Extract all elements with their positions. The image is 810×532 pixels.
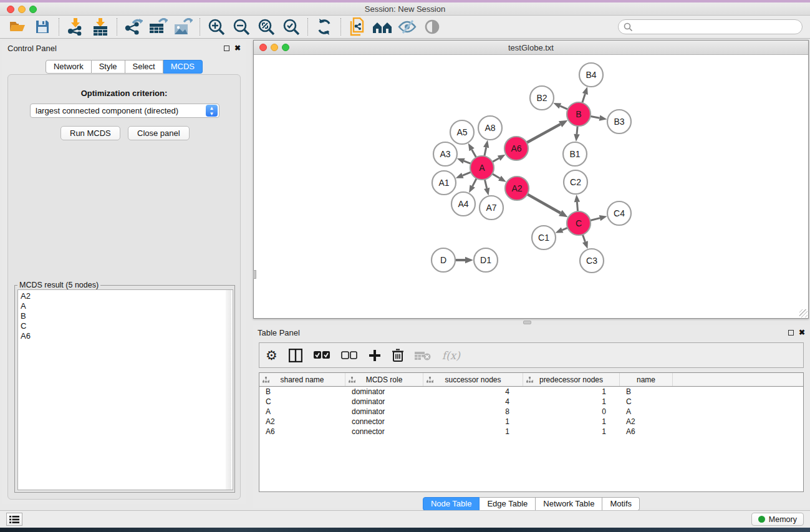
deselect-all-icon[interactable] — [341, 347, 357, 364]
open-session-icon[interactable] — [5, 17, 30, 37]
table-row[interactable]: Cdominator41C — [259, 397, 803, 407]
memory-button[interactable]: Memory — [751, 513, 804, 526]
tab-edge-table[interactable]: Edge Table — [480, 497, 536, 511]
duplicate-network-icon[interactable] — [345, 17, 370, 37]
table-row[interactable]: A2connector11A2 — [259, 417, 803, 427]
float-panel-icon[interactable] — [224, 46, 229, 51]
minimize-window-button[interactable] — [18, 6, 26, 13]
mcds-result-item[interactable]: B — [21, 311, 230, 321]
node-label-B2: B2 — [536, 93, 547, 103]
network-close-button[interactable] — [259, 44, 267, 51]
edge-arrowhead — [599, 215, 607, 221]
edge-A2-C[interactable] — [526, 193, 561, 213]
column-header-successor-nodes[interactable]: successor nodes — [423, 373, 523, 386]
tab-motifs[interactable]: Motifs — [602, 497, 640, 511]
network-window-titlebar[interactable]: testGlobe.txt — [254, 41, 808, 55]
zoom-fit-icon[interactable] — [254, 17, 279, 37]
tab-mcds[interactable]: MCDS — [163, 60, 203, 74]
cell-shared_name: B — [259, 387, 345, 396]
add-column-icon[interactable] — [369, 347, 381, 364]
cell-name: C — [620, 397, 673, 406]
edge-arrowhead — [574, 195, 580, 202]
node-label-C2: C2 — [570, 177, 581, 187]
function-builder-icon[interactable]: f(x) — [442, 347, 460, 364]
refresh-icon[interactable] — [312, 17, 337, 37]
table-settings-icon[interactable]: ⚙ — [266, 347, 277, 364]
close-panel-icon[interactable]: ✖ — [799, 329, 805, 336]
column-layout-icon[interactable] — [289, 347, 302, 364]
node-table[interactable]: shared nameMCDS rolesuccessor nodesprede… — [259, 372, 804, 492]
mcds-result-item[interactable]: C — [21, 321, 230, 331]
table-tabs: Node TableEdge TableNetwork TableMotifs — [253, 497, 810, 511]
zoom-window-button[interactable] — [29, 6, 37, 13]
mcds-result-list[interactable]: A2ABCA6 — [17, 289, 233, 490]
column-header-label: shared name — [280, 375, 324, 384]
cell-predecessor_nodes: 1 — [523, 427, 620, 436]
column-header-shared-name[interactable]: shared name — [259, 373, 345, 386]
import-network-icon[interactable] — [63, 17, 88, 37]
network-window-resize-grip[interactable] — [799, 309, 808, 317]
show-all-networks-icon[interactable] — [370, 17, 395, 37]
show-graphics-details-icon[interactable] — [420, 17, 445, 37]
delete-column-icon[interactable] — [392, 347, 403, 364]
delete-table-icon[interactable] — [415, 347, 431, 364]
tab-style[interactable]: Style — [92, 60, 125, 74]
export-table-icon[interactable] — [146, 17, 171, 37]
run-mcds-button[interactable]: Run MCDS — [60, 126, 120, 140]
export-network-icon[interactable] — [121, 17, 146, 37]
tab-node-table[interactable]: Node Table — [423, 497, 480, 511]
network-minimize-button[interactable] — [271, 44, 278, 51]
criterion-dropdown[interactable]: largest connected component (directed) ▲… — [30, 104, 219, 118]
table-row[interactable]: A6connector11A6 — [259, 427, 803, 437]
cell-shared_name: A6 — [259, 427, 345, 436]
float-panel-icon[interactable] — [788, 330, 794, 336]
search-box[interactable] — [618, 19, 803, 34]
control-panel-header: Control Panel ✖ — [2, 41, 246, 56]
network-graph[interactable]: B4B2BB3A8A5A6A3B1AC2A1A2A4A7C4CC1C3DD1 — [254, 55, 808, 318]
node-label-A1: A1 — [438, 178, 449, 188]
node-label-C: C — [576, 218, 582, 228]
mcds-result-item[interactable]: A — [21, 301, 230, 311]
column-header-predecessor-nodes[interactable]: predecessor nodes — [523, 373, 620, 386]
edge-arrowhead — [582, 241, 588, 249]
import-table-icon[interactable] — [88, 17, 113, 37]
memory-status-icon — [758, 516, 765, 523]
close-panel-icon[interactable]: ✖ — [234, 45, 241, 51]
close-panel-button[interactable]: Close panel — [128, 126, 190, 140]
column-header-MCDS-role[interactable]: MCDS role — [345, 373, 423, 386]
edge-A6-B[interactable] — [526, 124, 561, 143]
column-header-label: name — [637, 375, 655, 384]
tab-network-table[interactable]: Network Table — [536, 497, 602, 511]
select-all-icon[interactable] — [314, 347, 330, 364]
criterion-value: largest connected component (directed) — [31, 106, 206, 115]
table-row[interactable]: Bdominator41B — [259, 387, 803, 397]
cell-mcds_role: dominator — [345, 397, 423, 406]
task-history-button[interactable] — [6, 513, 22, 526]
search-input[interactable] — [636, 22, 797, 32]
mcds-result-item[interactable]: A2 — [21, 291, 230, 301]
edge-arrowhead — [465, 257, 473, 264]
optimization-criterion-label: Optimization criterion: — [8, 89, 240, 98]
zoom-out-icon[interactable] — [229, 17, 254, 37]
node-label-B1: B1 — [569, 149, 580, 159]
close-window-button[interactable] — [7, 6, 14, 13]
network-window-left-handle[interactable] — [253, 270, 256, 279]
zoom-in-icon[interactable] — [204, 17, 229, 37]
mcds-result-item[interactable]: A6 — [21, 331, 230, 341]
tab-network[interactable]: Network — [46, 60, 92, 74]
edge-arrowhead — [556, 227, 564, 233]
export-image-icon[interactable] — [171, 17, 196, 37]
cell-shared_name: A — [259, 407, 345, 416]
cell-name: B — [620, 387, 673, 396]
network-zoom-button[interactable] — [282, 44, 289, 51]
mcds-result-scrollbar[interactable] — [226, 290, 231, 490]
tab-select[interactable]: Select — [125, 60, 163, 74]
zoom-selected-icon[interactable] — [279, 17, 304, 37]
column-header-label: successor nodes — [445, 375, 501, 384]
toolbar-separator — [340, 18, 341, 36]
table-row[interactable]: Adominator80A — [259, 407, 803, 417]
hide-selected-icon[interactable] — [395, 17, 420, 37]
save-session-icon[interactable] — [30, 17, 55, 37]
column-header-name[interactable]: name — [620, 373, 673, 386]
panel-splitter-handle[interactable] — [523, 321, 531, 324]
